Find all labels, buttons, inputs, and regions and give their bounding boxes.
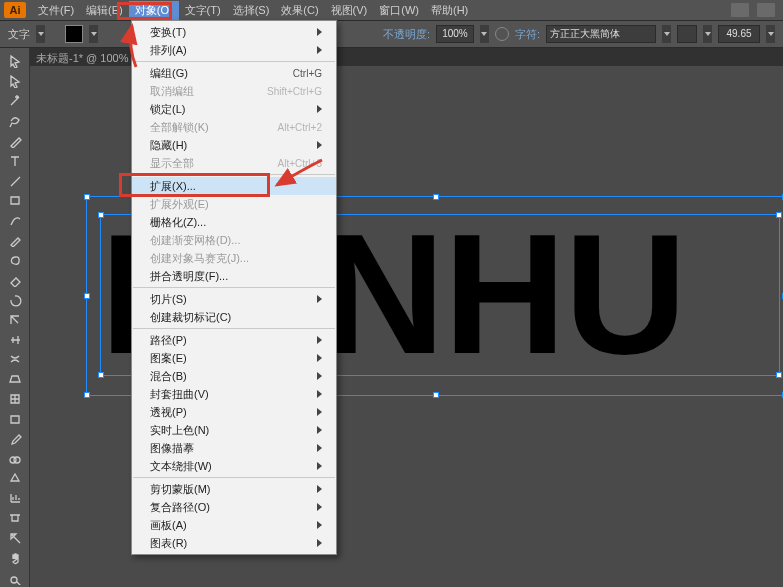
- menubar: Ai 文件(F)编辑(E)对象(O)文字(T)选择(S)效果(C)视图(V)窗口…: [0, 0, 783, 20]
- tool-zoom[interactable]: [3, 568, 27, 587]
- resize-handle[interactable]: [84, 194, 90, 200]
- font-size-input[interactable]: 49.65: [718, 25, 760, 43]
- tool-brush[interactable]: [3, 211, 27, 230]
- tool-rect[interactable]: [3, 191, 27, 210]
- menu-item-label: 拼合透明度(F)...: [150, 269, 228, 284]
- tool-mesh[interactable]: [3, 390, 27, 409]
- menu-item[interactable]: 扩展(X)...: [132, 177, 336, 195]
- menu-item[interactable]: 文本绕排(W): [132, 457, 336, 475]
- font-dropdown[interactable]: [662, 25, 671, 43]
- submenu-arrow-icon: [317, 462, 322, 470]
- menu-item[interactable]: 切片(S): [132, 290, 336, 308]
- layout-icon[interactable]: [757, 3, 775, 17]
- tool-gradient[interactable]: [3, 409, 27, 428]
- tool-lasso[interactable]: [3, 112, 27, 131]
- menu-item[interactable]: 路径(P): [132, 331, 336, 349]
- menu-对象[interactable]: 对象(O): [129, 1, 179, 20]
- style-icon[interactable]: [495, 27, 509, 41]
- menu-选择[interactable]: 选择(S): [227, 1, 276, 20]
- menu-item-label: 扩展(X)...: [150, 179, 196, 194]
- app-logo-icon: Ai: [4, 2, 26, 18]
- resize-handle[interactable]: [98, 212, 104, 218]
- menu-item[interactable]: 透视(P): [132, 403, 336, 421]
- menu-item[interactable]: 混合(B): [132, 367, 336, 385]
- menu-item[interactable]: 复合路径(O): [132, 498, 336, 516]
- tool-hand[interactable]: [3, 548, 27, 567]
- tool-artboard[interactable]: [3, 509, 27, 528]
- menu-item[interactable]: 剪切蒙版(M): [132, 480, 336, 498]
- menu-窗口[interactable]: 窗口(W): [373, 1, 425, 20]
- menu-item[interactable]: 隐藏(H): [132, 136, 336, 154]
- menu-item[interactable]: 拼合透明度(F)...: [132, 267, 336, 285]
- opacity-dropdown[interactable]: [480, 25, 489, 43]
- menu-item[interactable]: 编组(G)Ctrl+G: [132, 64, 336, 82]
- tool-arrow[interactable]: [3, 52, 27, 71]
- resize-handle[interactable]: [98, 372, 104, 378]
- resize-handle[interactable]: [776, 372, 782, 378]
- menu-效果[interactable]: 效果(C): [275, 1, 324, 20]
- tool-line[interactable]: [3, 171, 27, 190]
- tool-pencil[interactable]: [3, 231, 27, 250]
- menu-separator: [133, 477, 335, 478]
- submenu-arrow-icon: [317, 390, 322, 398]
- tool-scale[interactable]: [3, 310, 27, 329]
- fill-color-swatch[interactable]: [65, 25, 83, 43]
- menu-item[interactable]: 实时上色(N): [132, 421, 336, 439]
- menu-item-label: 栅格化(Z)...: [150, 215, 206, 230]
- submenu-arrow-icon: [317, 408, 322, 416]
- menu-item-label: 创建对象马赛克(J)...: [150, 251, 249, 266]
- tool-slice[interactable]: [3, 529, 27, 548]
- menu-item-label: 编组(G): [150, 66, 188, 81]
- menu-视图[interactable]: 视图(V): [325, 1, 374, 20]
- object-menu-dropdown: 变换(T)排列(A)编组(G)Ctrl+G取消编组Shift+Ctrl+G锁定(…: [131, 20, 337, 555]
- resize-handle[interactable]: [84, 293, 90, 299]
- tool-warp[interactable]: [3, 350, 27, 369]
- resize-handle[interactable]: [433, 392, 439, 398]
- menu-item[interactable]: 变换(T): [132, 23, 336, 41]
- font-family-select[interactable]: 方正正大黑简体: [546, 25, 656, 43]
- menu-编辑[interactable]: 编辑(E): [80, 1, 129, 20]
- font-style-select[interactable]: [677, 25, 697, 43]
- tool-wand[interactable]: [3, 92, 27, 111]
- fill-dropdown[interactable]: [89, 25, 98, 43]
- workspace-icon[interactable]: [731, 3, 749, 17]
- menu-item[interactable]: 创建裁切标记(C): [132, 308, 336, 326]
- menu-item[interactable]: 栅格化(Z)...: [132, 213, 336, 231]
- tool-rotate[interactable]: [3, 290, 27, 309]
- resize-handle[interactable]: [433, 194, 439, 200]
- menu-文件[interactable]: 文件(F): [32, 1, 80, 20]
- menu-item[interactable]: 画板(A): [132, 516, 336, 534]
- menu-item: 扩展外观(E): [132, 195, 336, 213]
- menu-文字[interactable]: 文字(T): [179, 1, 227, 20]
- menu-item[interactable]: 图像描摹: [132, 439, 336, 457]
- menu-item[interactable]: 图案(E): [132, 349, 336, 367]
- tool-eyedrop[interactable]: [3, 429, 27, 448]
- tool-width[interactable]: [3, 330, 27, 349]
- submenu-arrow-icon: [317, 105, 322, 113]
- submenu-arrow-icon: [317, 336, 322, 344]
- menu-item[interactable]: 图表(R): [132, 534, 336, 552]
- tool-type[interactable]: [3, 151, 27, 170]
- font-size-dropdown[interactable]: [766, 25, 775, 43]
- tool-shape[interactable]: [3, 370, 27, 389]
- resize-handle[interactable]: [776, 212, 782, 218]
- menu-item-label: 复合路径(O): [150, 500, 210, 515]
- opacity-input[interactable]: 100%: [436, 25, 474, 43]
- tool-blob[interactable]: [3, 251, 27, 270]
- menu-item[interactable]: 锁定(L): [132, 100, 336, 118]
- tool-blend[interactable]: [3, 449, 27, 468]
- tool-graph[interactable]: [3, 489, 27, 508]
- tool-preset-dropdown[interactable]: [36, 25, 45, 43]
- font-style-dropdown[interactable]: [703, 25, 712, 43]
- tool-symbol[interactable]: [3, 469, 27, 488]
- menu-item[interactable]: 封套扭曲(V): [132, 385, 336, 403]
- menu-item-label: 取消编组: [150, 84, 194, 99]
- resize-handle[interactable]: [84, 392, 90, 398]
- tool-pen[interactable]: [3, 131, 27, 150]
- menu-item: 创建渐变网格(D)...: [132, 231, 336, 249]
- menu-item[interactable]: 排列(A): [132, 41, 336, 59]
- tool-eraser[interactable]: [3, 270, 27, 289]
- tool-direct[interactable]: [3, 72, 27, 91]
- menu-帮助[interactable]: 帮助(H): [425, 1, 474, 20]
- menu-separator: [133, 174, 335, 175]
